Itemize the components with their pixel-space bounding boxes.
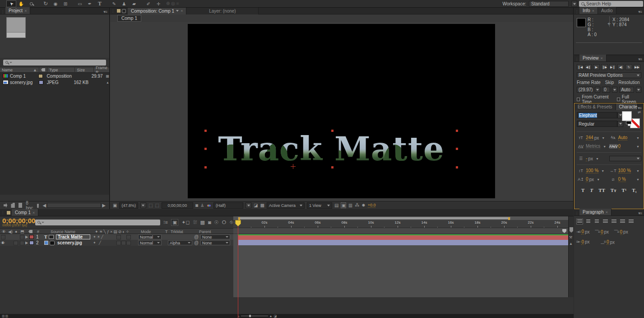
composition-mini-flowchart-icon[interactable]: ⁝≡ (163, 220, 168, 225)
justify-last-center-button[interactable] (611, 219, 617, 224)
show-channel-icon[interactable]: ●●● (207, 203, 211, 208)
new-composition-icon[interactable] (19, 203, 22, 208)
tab-preview[interactable]: Preview× (579, 55, 607, 61)
column-label[interactable] (39, 67, 47, 73)
parent-pickwhip-icon[interactable]: @ (194, 240, 199, 245)
pixel-aspect-icon[interactable]: ▤ (334, 203, 338, 208)
transparency-grid-icon[interactable]: ▩ (260, 203, 264, 208)
trkmat-select[interactable]: Alpha (168, 240, 192, 245)
font-family-select[interactable]: Elephant (577, 112, 617, 118)
layer-name[interactable]: Track Matte (56, 234, 90, 239)
camera-tool[interactable] (51, 0, 60, 7)
scroll-left-icon[interactable]: ◀ (43, 203, 46, 208)
faux-bold-button[interactable]: T (581, 187, 584, 193)
lock-icon[interactable] (122, 9, 126, 13)
project-row-scenery[interactable]: scenery.jpg JPEG 162 KB ▲ (0, 79, 109, 85)
project-row-comp1[interactable]: Comp 1 Composition 29.97 ▦ (0, 73, 109, 79)
faux-italic-button[interactable]: T (590, 187, 593, 193)
track-bar-row-1[interactable] (233, 234, 568, 240)
tab-layer[interactable]: Layer: (none) (186, 8, 259, 14)
label-color-swatch[interactable] (116, 9, 121, 13)
scroll-up-icon[interactable]: ▲ (106, 81, 109, 84)
timeline-button-icon[interactable]: ▥ (348, 203, 352, 208)
align-left-button[interactable] (576, 219, 583, 224)
always-preview-icon[interactable]: ▣ (113, 203, 117, 208)
close-icon[interactable]: × (181, 9, 183, 13)
wrench-icon[interactable]: ⚒ (569, 235, 572, 239)
timeline-zoom-slider[interactable]: ▵ ▲ ◪ (238, 314, 277, 318)
workspace-select[interactable]: Standard (529, 1, 569, 7)
baseline-shift-value[interactable]: 0 (586, 177, 588, 182)
close-icon[interactable]: × (32, 210, 35, 215)
dropdown-arrow[interactable]: ▼ (636, 145, 639, 148)
selection-handle[interactable] (331, 166, 334, 168)
frame-blending-icon[interactable]: ▩ (200, 220, 204, 225)
video-toggle-eye-icon[interactable]: 👁 (1, 240, 5, 245)
parent-pickwhip-icon[interactable]: @ (194, 234, 199, 239)
mode-select[interactable]: Normal (138, 234, 162, 239)
expand-arrow-icon[interactable]: ▶ (25, 240, 28, 245)
layer-switches[interactable]: ✦ ╱ (93, 240, 102, 245)
video-toggle[interactable] (1, 235, 5, 239)
tab-project[interactable]: Project× (5, 7, 30, 14)
panel-menu-icon[interactable]: ▾≡ (638, 57, 644, 61)
space-after-field[interactable]: ⎽≡ 0px (601, 239, 615, 245)
region-of-interest-icon[interactable]: ⬚ (155, 203, 159, 208)
puppet-pin-tool[interactable] (153, 0, 163, 7)
exposure-icon[interactable]: ✸ (361, 203, 365, 208)
scroll-up-icon[interactable]: ▲ (569, 242, 573, 246)
dropdown-arrow[interactable]: ▼ (597, 178, 600, 181)
snapshot-icon[interactable]: ◙ (195, 203, 198, 208)
tab-character[interactable]: Character (616, 103, 638, 110)
label-swatch[interactable] (29, 235, 34, 239)
eraser-tool[interactable] (129, 0, 139, 7)
dropdown-arrow[interactable]: ▼ (636, 169, 639, 173)
selection-tool[interactable] (6, 0, 16, 7)
ram-preview-button[interactable]: ▶▶ (634, 64, 640, 70)
from-current-time-checkbox[interactable] (577, 98, 580, 101)
column-name[interactable]: Name ▲ (0, 67, 39, 73)
zoom-slider-knob[interactable] (249, 315, 251, 317)
justify-last-right-button[interactable] (619, 219, 626, 224)
layer-bar-scenery[interactable] (238, 240, 568, 245)
composition-canvas[interactable]: Track Matte (188, 24, 495, 198)
parent-select[interactable]: None (200, 240, 230, 245)
trash-icon[interactable] (37, 203, 39, 208)
comp-marker-bin-icon[interactable] (562, 229, 566, 233)
timeline-track-area[interactable]: 00s02s04s06s08s10s12s14s16s18s20s22s24s (233, 216, 568, 297)
selection-handle[interactable] (204, 130, 207, 132)
project-search-input[interactable] (3, 60, 106, 65)
expand-arrow-icon[interactable]: ▶ (25, 234, 28, 239)
audio-toggle-button[interactable]: ◀) (617, 64, 624, 70)
skip-arrow[interactable] (612, 87, 617, 93)
shy-layers-icon[interactable]: ⛆ (193, 220, 197, 225)
stroke-width-value[interactable]: - (586, 156, 587, 161)
marker-strip[interactable] (233, 228, 568, 234)
first-line-indent-field[interactable]: ≡⇤ 0px (576, 239, 590, 245)
mode-select[interactable]: Normal (138, 240, 162, 245)
next-frame-button[interactable]: ❙▶ (601, 64, 608, 70)
composition-stage[interactable]: Track Matte (110, 22, 573, 201)
stroke-style-select[interactable] (609, 156, 642, 161)
dropdown-arrow[interactable]: ▼ (636, 136, 639, 140)
clone-stamp-tool[interactable] (119, 0, 129, 7)
exposure-value[interactable]: +0.0 (368, 203, 376, 208)
flowchart-icon[interactable]: ▦ (106, 74, 109, 78)
label-swatch[interactable] (39, 80, 43, 84)
column-frame-rate[interactable]: Frame R... (94, 67, 109, 73)
camera-view-select[interactable]: Active Camera (267, 202, 305, 209)
dropdown-arrow[interactable]: ▼ (603, 145, 606, 148)
work-area-bar[interactable] (238, 217, 510, 220)
font-size-value[interactable]: 244 (586, 135, 593, 140)
last-frame-button[interactable]: ▶❙ (609, 64, 616, 70)
fill-color-swatch[interactable] (622, 111, 632, 121)
fast-previews-toggle-icon[interactable]: ▣ (341, 202, 346, 208)
selection-handle[interactable] (456, 166, 458, 168)
pan-behind-tool[interactable] (60, 0, 70, 7)
fast-previews-icon[interactable]: ◪ (254, 203, 258, 208)
scrollbar[interactable] (47, 203, 101, 208)
ram-preview-options-select[interactable]: RAM Preview Options (577, 72, 641, 78)
swap-fill-stroke-icon[interactable]: ⇄ (638, 110, 641, 114)
play-button[interactable]: ▶ (593, 64, 600, 70)
comp-button-icon[interactable]: ◪ (273, 314, 277, 318)
